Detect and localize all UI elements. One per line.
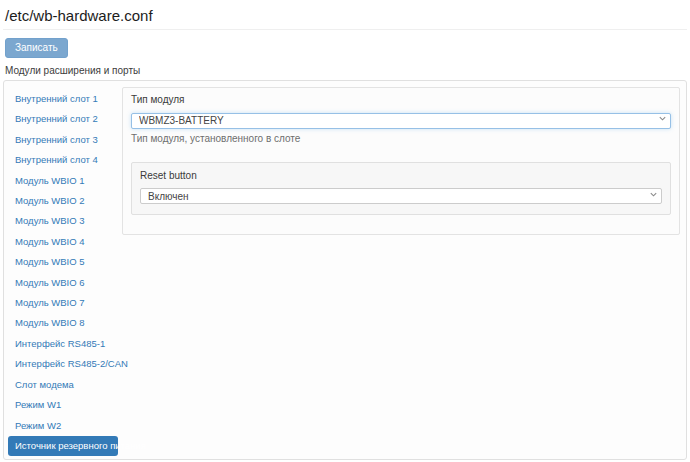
sidebar-item-modem-slot[interactable]: Слот модема [8, 375, 118, 395]
sidebar-item-internal-slot-4[interactable]: Внутренний слот 4 [8, 150, 118, 170]
header-divider [3, 29, 687, 30]
sidebar-item-wbio-module-4[interactable]: Модуль WBIO 4 [8, 232, 118, 252]
config-page: /etc/wb-hardware.conf Записать Модули ра… [0, 0, 690, 462]
reset-button-label: Reset button [140, 169, 662, 186]
reset-button-select-wrap: Включен [140, 186, 662, 205]
section-label: Модули расширения и порты [5, 66, 687, 76]
sidebar-item-wbio-module-6[interactable]: Модуль WBIO 6 [8, 273, 118, 293]
sidebar-item-rs485-1[interactable]: Интерфейс RS485-1 [8, 334, 118, 354]
sidebar-list: Внутренний слот 1 Внутренний слот 2 Внут… [8, 89, 118, 456]
sidebar-item-wbio-module-8[interactable]: Модуль WBIO 8 [8, 313, 118, 333]
reset-button-select[interactable]: Включен [140, 188, 662, 204]
sidebar-item-wbio-module-7[interactable]: Модуль WBIO 7 [8, 293, 118, 313]
module-settings-form: Тип модуля WBMZ3-BATTERY Тип модуля, уст… [122, 87, 680, 235]
modules-sidebar: Внутренний слот 1 Внутренний слот 2 Внут… [4, 81, 122, 459]
module-type-help: Тип модуля, установленного в слоте [131, 129, 671, 144]
module-type-select[interactable]: WBMZ3-BATTERY [131, 113, 671, 129]
sidebar-item-wbio-module-3[interactable]: Модуль WBIO 3 [8, 211, 118, 231]
sidebar-item-wbio-module-1[interactable]: Модуль WBIO 1 [8, 171, 118, 191]
sidebar-item-rs485-2-can[interactable]: Интерфейс RS485-2/CAN [8, 354, 118, 374]
module-type-select-wrap: WBMZ3-BATTERY [131, 110, 671, 129]
page-title: /etc/wb-hardware.conf [3, 0, 687, 29]
module-settings-content: Тип модуля WBMZ3-BATTERY Тип модуля, уст… [122, 81, 686, 459]
sidebar-item-mode-w1[interactable]: Режим W1 [8, 395, 118, 415]
sidebar-item-wbio-module-5[interactable]: Модуль WBIO 5 [8, 252, 118, 272]
module-type-label: Тип модуля [131, 93, 671, 110]
reset-button-fieldset: Reset button Включен [131, 162, 671, 216]
sidebar-item-internal-slot-1[interactable]: Внутренний слот 1 [8, 89, 118, 109]
save-button[interactable]: Записать [5, 38, 68, 58]
sidebar-item-mode-w2[interactable]: Режим W2 [8, 416, 118, 436]
sidebar-item-wbio-module-2[interactable]: Модуль WBIO 2 [8, 191, 118, 211]
modules-panel: Внутренний слот 1 Внутренний слот 2 Внут… [3, 80, 687, 460]
sidebar-item-backup-power-source[interactable]: Источник резервного питания [8, 436, 118, 456]
sidebar-item-internal-slot-2[interactable]: Внутренний слот 2 [8, 109, 118, 129]
sidebar-item-internal-slot-3[interactable]: Внутренний слот 3 [8, 130, 118, 150]
